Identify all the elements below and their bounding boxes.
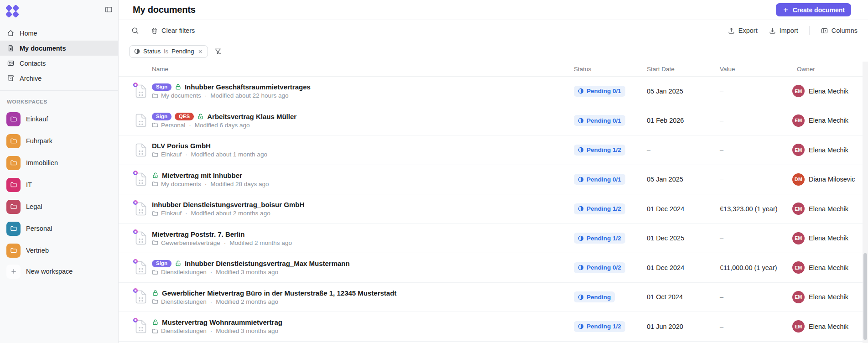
separator — [209, 327, 213, 334]
page-header: My documents Create document — [119, 0, 868, 20]
start-date: 05 Jan 2025 — [647, 176, 720, 183]
workspaces-section-title: WORKSPACES — [0, 91, 118, 108]
pending-status-icon — [578, 323, 584, 329]
column-header-name[interactable]: Name — [152, 66, 574, 73]
filter-chip-status-pending[interactable]: Status is Pending — [129, 45, 208, 58]
workspace-folder-icon — [6, 112, 21, 126]
inhubber-logo-icon[interactable] — [6, 5, 19, 17]
avatar: EM — [792, 144, 805, 156]
document-folder: Einkauf — [161, 210, 182, 217]
document-title[interactable]: Mietvertrag mit Inhubber — [162, 172, 242, 179]
document-file-icon — [135, 84, 147, 98]
owner-cell: EM Elena Mechik — [792, 203, 868, 215]
document-folder: Dienstleistungen — [161, 327, 207, 334]
document-folder: Personal — [161, 122, 185, 129]
owner-cell: EM Elena Mechik — [792, 85, 868, 97]
notification-dot-icon — [133, 200, 138, 205]
document-title[interactable]: Mustervertrag Wohnraummietvertrag — [162, 318, 282, 326]
import-label: Import — [780, 27, 798, 34]
create-document-button[interactable]: Create document — [776, 3, 851, 16]
table-row[interactable]: Inhubber Dienstleistungsvertrag_boisur G… — [119, 194, 868, 224]
document-title[interactable]: Arbeitsvertrag Klaus Müller — [207, 113, 296, 120]
table-row[interactable]: Sign QES Arbeitsvertrag Klaus Müller Per… — [119, 106, 868, 136]
sidebar-item-my-documents[interactable]: My documents — [0, 41, 118, 56]
app-window: Home My documents Contacts Archive WORKS… — [0, 0, 868, 343]
import-button[interactable]: Import — [769, 27, 798, 35]
table-row[interactable]: Mietvertrag Poststr. 7. Berlin Gewerbemi… — [119, 224, 868, 254]
document-file-icon — [135, 172, 147, 186]
filter-field: Status — [143, 48, 161, 55]
document-modified: Modified 6 days ago — [195, 122, 250, 129]
document-title[interactable]: Inhubber Dienstleistungsvertrag_Max Must… — [185, 260, 350, 267]
table-row[interactable]: Gewerblicher Mietvertrag Büro in der Mus… — [119, 283, 868, 312]
table-row[interactable]: DLV Porius GmbH Einkauf Modified about 1… — [119, 135, 868, 165]
owner-name: Elena Mechik — [809, 146, 848, 154]
table-row[interactable]: Sign Inhubber Dienstleistungsvertrag_Max… — [119, 253, 868, 283]
document-modified: Modified 28 days ago — [210, 181, 269, 187]
workspace-label: IT — [26, 181, 32, 188]
import-icon — [769, 27, 776, 35]
owner-name: Elena Mechik — [809, 323, 848, 330]
workspace-item[interactable]: Fuhrpark — [0, 130, 118, 152]
contract-value: – — [720, 88, 792, 95]
separator — [223, 239, 227, 246]
start-date: 05 Jan 2025 — [647, 88, 720, 95]
sidebar-item-contacts[interactable]: Contacts — [0, 56, 118, 71]
table-row[interactable]: Sign Inhubber Geschäftsraummietvertrages… — [119, 77, 868, 106]
remove-filter-icon[interactable] — [198, 49, 203, 54]
columns-button[interactable]: Columns — [821, 27, 858, 35]
workspace-item[interactable]: Personal — [0, 218, 118, 239]
new-workspace-button[interactable]: New workspace — [0, 261, 118, 281]
column-header-status[interactable]: Status — [574, 66, 647, 73]
workspace-item[interactable]: IT — [0, 174, 118, 196]
owner-cell: EM Elena Mechik — [792, 144, 868, 156]
column-header-owner[interactable]: Owner — [797, 66, 868, 73]
document-title[interactable]: Gewerblicher Mietvertrag Büro in der Mus… — [162, 289, 396, 297]
sidebar-header — [0, 0, 118, 20]
document-title[interactable]: Mietvertrag Poststr. 7. Berlin — [152, 230, 244, 238]
status-badge: Pending 0/1 — [574, 174, 625, 185]
status-badge: Pending — [574, 291, 615, 302]
document-title[interactable]: DLV Porius GmbH — [152, 142, 211, 150]
owner-name: Elena Mechik — [809, 264, 848, 271]
qes-badge: QES — [175, 113, 194, 120]
separator — [204, 181, 208, 187]
separator — [184, 210, 188, 217]
table-header: Name Status Start Date Value Owner — [119, 62, 868, 77]
vertical-scrollbar[interactable] — [863, 62, 868, 343]
document-file-icon — [135, 114, 147, 127]
column-header-start-date[interactable]: Start Date — [647, 66, 720, 73]
workspace-label: Personal — [26, 225, 52, 232]
status-badge: Pending 0/2 — [574, 262, 625, 273]
add-filter-icon[interactable] — [214, 47, 223, 56]
clear-filters-button[interactable]: Clear filters — [151, 27, 195, 35]
table-row[interactable]: Mustervertrag Wohnraummietvertrag Dienst… — [119, 312, 868, 342]
toolbar-divider — [809, 26, 810, 35]
contract-value: €13,323.00 (1 year) — [720, 205, 792, 213]
sidebar-item-home[interactable]: Home — [0, 26, 118, 41]
pending-status-icon — [578, 147, 584, 153]
export-label: Export — [738, 27, 758, 34]
sidebar-item-label: Archive — [20, 75, 42, 82]
document-title[interactable]: Inhubber Geschäftsraummietvertrages — [185, 83, 311, 91]
search-button[interactable] — [131, 26, 140, 35]
workspace-item[interactable]: Vertrieb — [0, 239, 118, 261]
table-row[interactable]: Mietvertrag mit Inhubber My documents Mo… — [119, 165, 868, 195]
column-header-value[interactable]: Value — [720, 66, 792, 73]
document-title[interactable]: Inhubber Dienstleistungsvertrag_boisur G… — [152, 201, 304, 208]
workspace-item[interactable]: Einkauf — [0, 108, 118, 130]
document-modified: Modified about 1 month ago — [191, 151, 267, 158]
workspace-item[interactable]: Legal — [0, 196, 118, 218]
notification-dot-icon — [133, 318, 138, 322]
document-subtitle: Einkauf Modified about 1 month ago — [152, 151, 267, 158]
collapse-sidebar-icon[interactable] — [104, 5, 114, 15]
workspace-item[interactable]: Immobilien — [0, 152, 118, 174]
sidebar-item-archive[interactable]: Archive — [0, 71, 118, 86]
folder-icon — [152, 122, 158, 128]
clear-filters-label: Clear filters — [161, 27, 195, 34]
scrollbar-thumb[interactable] — [863, 253, 867, 340]
workspace-folder-icon — [6, 200, 21, 214]
export-button[interactable]: Export — [728, 27, 758, 35]
document-subtitle: Dienstleistungen Modified 3 months ago — [152, 269, 350, 275]
avatar: EM — [792, 232, 805, 244]
